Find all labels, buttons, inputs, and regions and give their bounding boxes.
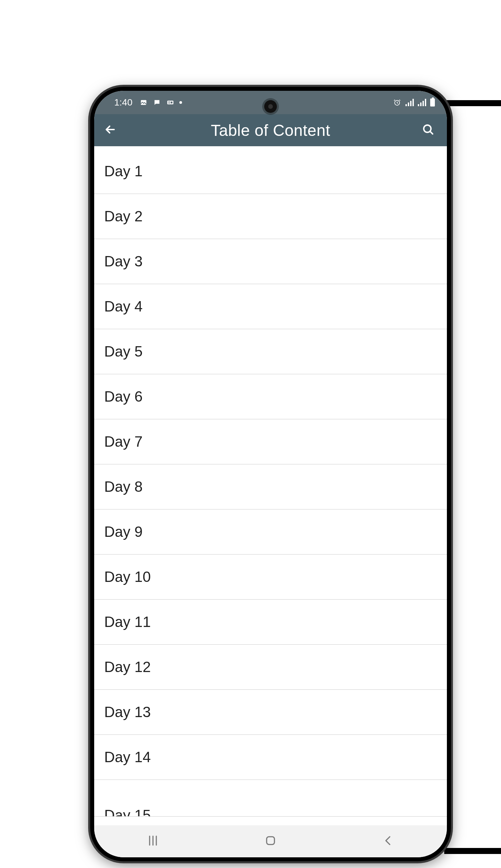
list-item[interactable]: Day 7	[94, 419, 447, 464]
list-item-label: Day 6	[104, 388, 142, 405]
recents-button[interactable]	[130, 825, 177, 857]
list-item[interactable]: Day 13	[94, 690, 447, 735]
camera-punch-hole	[264, 100, 277, 113]
decorative-cable	[444, 100, 501, 106]
list-item[interactable]: Day 4	[94, 284, 447, 329]
recents-icon	[146, 834, 160, 849]
list-item[interactable]: Day 12	[94, 645, 447, 690]
list-item[interactable]: Day 5	[94, 329, 447, 374]
list-item-label: Day 1	[104, 163, 142, 180]
back-nav-button[interactable]	[365, 825, 412, 857]
signal-icon	[405, 99, 414, 106]
list-item[interactable]: Day 3	[94, 239, 447, 284]
list-item[interactable]: Day 10	[94, 554, 447, 600]
status-left: 1:40	[114, 97, 182, 108]
signal-icon	[418, 99, 426, 106]
search-button[interactable]	[412, 114, 444, 146]
list-item-label: Day 4	[104, 298, 142, 315]
decorative-cable	[444, 848, 501, 854]
chevron-left-icon	[382, 834, 395, 849]
list-item[interactable]: Day 14	[94, 735, 447, 780]
toc-scroll[interactable]: Day 1 Day 2 Day 3 Day 4 Day 5 Day 6 Day …	[94, 146, 447, 825]
list-item[interactable]: Day 15	[94, 780, 447, 817]
list-item-label: Day 15	[104, 807, 151, 817]
list-item[interactable]: Day 11	[94, 600, 447, 645]
phone-frame: 1:40	[90, 87, 451, 861]
status-right	[393, 98, 435, 107]
list-item-label: Day 11	[104, 614, 151, 630]
list-item[interactable]: Day 6	[94, 374, 447, 419]
list-item[interactable]: Day 2	[94, 194, 447, 239]
android-nav-bar	[94, 825, 447, 857]
status-time: 1:40	[114, 97, 132, 108]
app-bar: Table of Content	[94, 114, 447, 146]
list-item[interactable]: Day 9	[94, 509, 447, 554]
battery-icon	[430, 98, 435, 107]
arrow-left-icon	[104, 123, 117, 138]
list-item-label: Day 14	[104, 749, 151, 766]
svg-rect-4	[170, 101, 172, 104]
svg-rect-3	[168, 103, 170, 104]
alarm-icon	[393, 99, 402, 106]
list-item-label: Day 2	[104, 208, 142, 225]
home-icon	[264, 834, 277, 849]
toc-list: Day 1 Day 2 Day 3 Day 4 Day 5 Day 6 Day …	[94, 146, 447, 817]
list-item-label: Day 12	[104, 659, 151, 675]
chat-icon	[153, 99, 161, 106]
list-item-label: Day 13	[104, 704, 151, 720]
news-icon	[166, 99, 175, 106]
list-item-label: Day 8	[104, 478, 142, 495]
svg-rect-1	[167, 101, 173, 105]
search-icon	[422, 123, 435, 138]
image-icon	[139, 99, 148, 106]
page-title: Table of Content	[94, 121, 447, 140]
svg-rect-7	[267, 837, 274, 844]
phone-screen: 1:40	[94, 91, 447, 857]
back-button[interactable]	[94, 114, 126, 146]
list-item[interactable]: Day 8	[94, 464, 447, 509]
svg-rect-2	[168, 101, 170, 102]
list-item-label: Day 3	[104, 253, 142, 270]
home-button[interactable]	[247, 825, 294, 857]
list-item-label: Day 7	[104, 433, 142, 450]
list-item-label: Day 9	[104, 523, 142, 540]
list-item-label: Day 10	[104, 568, 151, 585]
list-item[interactable]: Day 1	[94, 149, 447, 194]
dot-icon	[179, 101, 182, 104]
list-item-label: Day 5	[104, 343, 142, 360]
